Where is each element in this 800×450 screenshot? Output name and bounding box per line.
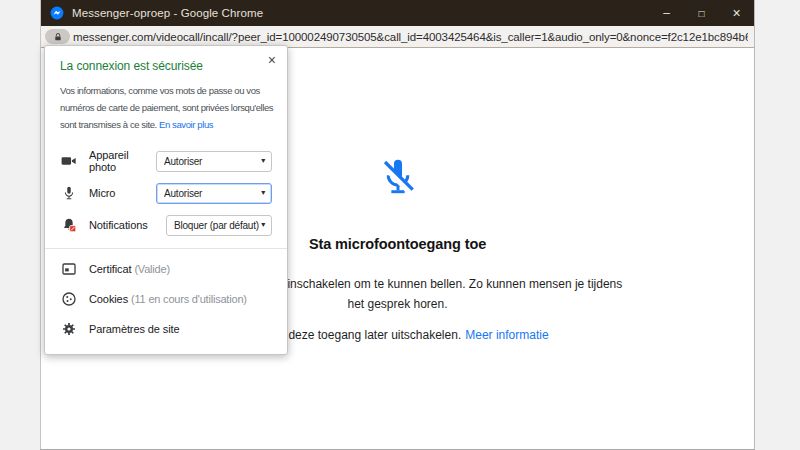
dropdown-value: Autoriser [164, 156, 202, 167]
menu-item-detail: (Valide) [134, 263, 170, 275]
menu-item-label: Paramètres de site [89, 323, 180, 335]
microphone-permission-row: Micro Autoriser ▾ [60, 177, 272, 209]
site-security-popup: × La connexion est sécurisée Vos informa… [44, 45, 288, 355]
chevron-down-icon: ▾ [261, 157, 265, 165]
notifications-permission-row: Notifications Bloquer (par défaut) ▾ [60, 209, 272, 241]
certificate-icon [60, 261, 77, 277]
meer-informatie-link[interactable]: Meer informatie [465, 328, 548, 342]
microphone-permission-dropdown[interactable]: Autoriser ▾ [156, 183, 272, 204]
notifications-permission-dropdown[interactable]: Bloquer (par défaut) ▾ [166, 215, 272, 236]
chrome-popup-window: Messenger-oproep - Google Chrome – □ × m… [40, 0, 755, 450]
microphone-muted-icon [377, 156, 419, 198]
window-titlebar[interactable]: Messenger-oproep - Google Chrome – □ × [41, 0, 754, 26]
chevron-down-icon: ▾ [261, 189, 265, 197]
camera-permission-dropdown[interactable]: Autoriser ▾ [156, 151, 272, 172]
permission-list: Appareil photo Autoriser ▾ Micro [60, 145, 272, 241]
cookie-icon [60, 291, 77, 307]
padlock-icon[interactable] [45, 29, 70, 44]
popup-description-line: numéros de carte de paiement, sont privé… [60, 99, 272, 116]
camera-icon [60, 153, 77, 169]
menu-item-label: Certificat [89, 263, 131, 275]
window-title: Messenger-oproep - Google Chrome [72, 7, 263, 19]
certificate-menu-item[interactable]: Certificat (Valide) [60, 254, 272, 284]
url-text: messenger.com/videocall/incall/?peer_id=… [73, 31, 748, 43]
camera-permission-row: Appareil photo Autoriser ▾ [60, 145, 272, 177]
permission-label: Appareil photo [89, 149, 156, 173]
gear-icon [60, 321, 77, 337]
popup-description-line: sont transmises à ce site. En savoir plu… [60, 116, 272, 133]
microphone-icon [60, 185, 77, 201]
cookies-menu-item[interactable]: Cookies (11 en cours d'utilisation) [60, 284, 272, 314]
dropdown-value: Bloquer (par défaut) [174, 220, 259, 231]
menu-item-label: Cookies [89, 293, 128, 305]
permission-label: Micro [89, 187, 156, 199]
en-savoir-plus-link[interactable]: En savoir plus [159, 119, 213, 130]
dropdown-value: Autoriser [164, 188, 202, 199]
messenger-icon [50, 6, 64, 20]
popup-description: Vos informations, comme vos mots de pass… [60, 82, 272, 133]
minimize-button[interactable]: – [649, 0, 684, 26]
permission-label: Notifications [89, 219, 166, 231]
site-settings-menu-item[interactable]: Paramètres de site [60, 314, 272, 344]
maximize-button[interactable]: □ [684, 0, 719, 26]
notifications-blocked-icon [60, 217, 77, 233]
popup-description-line: Vos informations, comme vos mots de pass… [60, 82, 272, 99]
close-button[interactable]: × [719, 0, 754, 26]
popup-close-icon[interactable]: × [268, 53, 276, 67]
site-info-list: Certificat (Valide) Cookies (11 en cours… [60, 254, 272, 344]
menu-item-detail: (11 en cours d'utilisation) [131, 293, 247, 305]
popup-title: La connexion est sécurisée [60, 59, 272, 73]
window-controls: – □ × [649, 0, 754, 26]
chevron-down-icon: ▾ [261, 221, 265, 229]
popup-divider [45, 248, 287, 249]
